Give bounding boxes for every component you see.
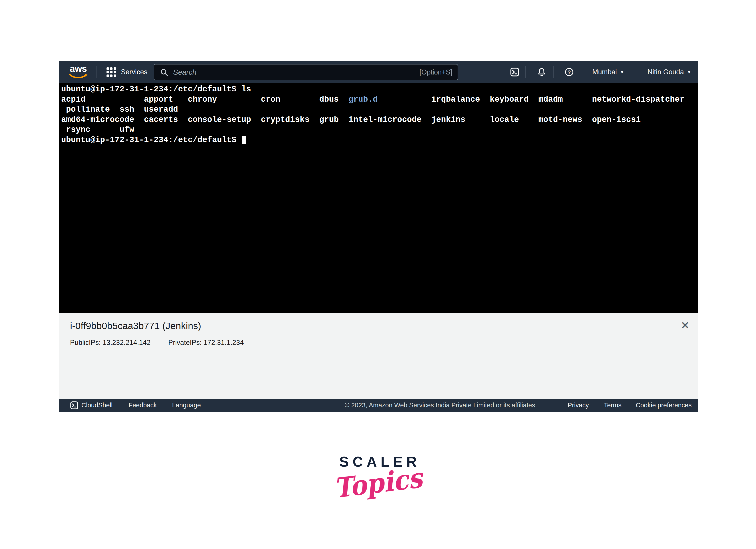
footer-terms-link[interactable]: Terms	[603, 399, 623, 412]
scaler-topics-logo: SCALER Topics	[0, 454, 756, 499]
footer-copyright: © 2023, Amazon Web Services India Privat…	[345, 399, 537, 412]
directory-entry: grub.d	[348, 95, 378, 104]
terminal-line: pollinate ssh useradd	[61, 105, 685, 115]
terminal-cursor	[242, 136, 246, 144]
terminal-output: ubuntu@ip-172-31-1-234:/etc/default$ ls …	[61, 84, 685, 145]
search-shortcut-hint: [Option+S]	[420, 68, 452, 76]
divider	[581, 66, 581, 78]
footer-language-link[interactable]: Language	[171, 399, 202, 412]
account-menu[interactable]: Nitin Gouda ▼	[646, 61, 693, 83]
terminal-line: ubuntu@ip-172-31-1-234:/etc/default$ ls	[61, 84, 685, 95]
instance-info-panel: i-0ff9bb0b5caa3b771 (Jenkins) PublicIPs:…	[59, 313, 698, 399]
search-input[interactable]: Search [Option+S]	[154, 64, 458, 80]
public-ips: PublicIPs: 13.232.214.142	[70, 339, 151, 346]
console-header: aws Services Search [Option+S]	[59, 61, 698, 83]
divider	[96, 66, 97, 78]
private-ips: PrivateIPs: 172.31.1.234	[168, 339, 244, 346]
cloudshell-icon	[510, 67, 520, 77]
cloudshell-icon	[70, 401, 79, 410]
cloudshell-terminal[interactable]: ubuntu@ip-172-31-1-234:/etc/default$ ls …	[59, 83, 698, 313]
aws-smile-icon	[69, 74, 88, 79]
close-icon: ✕	[681, 320, 689, 331]
console-footer: CloudShell Feedback Language © 2023, Ama…	[59, 399, 698, 412]
services-menu[interactable]: Services	[105, 61, 149, 83]
terminal-line: amd64-microcode cacerts console-setup cr…	[61, 115, 685, 125]
bell-icon	[537, 67, 547, 77]
help-icon: ?	[564, 67, 574, 77]
footer-cookie-preferences-link[interactable]: Cookie preferences	[634, 399, 693, 412]
footer-cloudshell-label[interactable]: CloudShell	[80, 399, 114, 412]
aws-logo[interactable]: aws	[69, 64, 88, 80]
cloudshell-footer-button[interactable]	[68, 399, 80, 412]
instance-ip-row: PublicIPs: 13.232.214.142PrivateIPs: 172…	[70, 339, 262, 347]
footer-feedback-link[interactable]: Feedback	[127, 399, 158, 412]
account-name-label: Nitin Gouda	[647, 68, 684, 76]
public-ips-value: 13.232.214.142	[103, 339, 151, 346]
footer-privacy-link[interactable]: Privacy	[566, 399, 590, 412]
divider	[553, 66, 554, 78]
instance-title: i-0ff9bb0b5caa3b771 (Jenkins)	[70, 320, 201, 331]
chevron-down-icon: ▼	[620, 70, 624, 74]
divider	[636, 66, 636, 78]
terminal-line: rsync ufw	[61, 125, 685, 135]
private-ips-value: 172.31.1.234	[203, 339, 244, 346]
search-icon	[160, 68, 168, 76]
aws-logo-text: aws	[70, 63, 87, 74]
svg-text:?: ?	[568, 69, 571, 75]
region-selector[interactable]: Mumbai ▼	[591, 61, 625, 83]
aws-console-window: aws Services Search [Option+S]	[59, 61, 698, 412]
close-panel-button[interactable]: ✕	[678, 318, 692, 332]
services-grid-icon	[107, 67, 116, 77]
terminal-prompt-line: ubuntu@ip-172-31-1-234:/etc/default$	[61, 135, 685, 145]
search-placeholder: Search	[173, 68, 420, 76]
divider	[525, 66, 526, 78]
notifications-button[interactable]	[535, 61, 548, 83]
services-label: Services	[121, 68, 147, 76]
region-label: Mumbai	[592, 68, 617, 76]
terminal-line: acpid apport chrony cron dbus grub.d irq…	[61, 95, 685, 105]
cloudshell-toolbar-button[interactable]	[509, 61, 521, 83]
chevron-down-icon: ▼	[687, 70, 691, 74]
help-button[interactable]: ?	[563, 61, 575, 83]
